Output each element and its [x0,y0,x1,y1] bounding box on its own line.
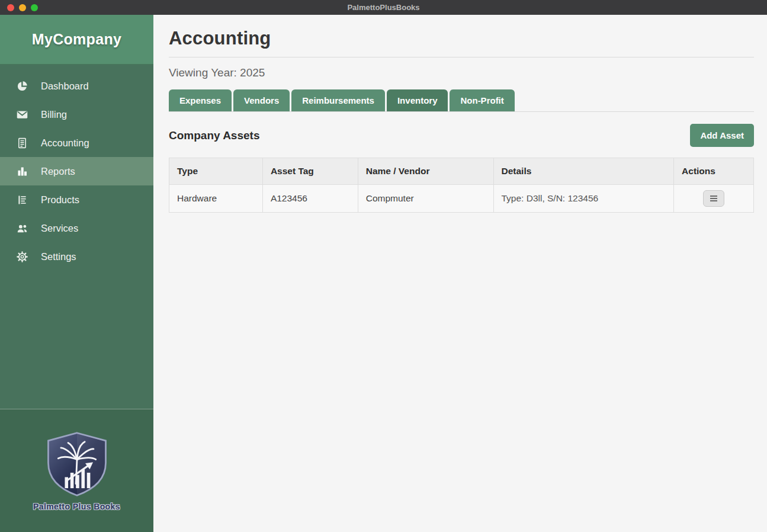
section-header: Company Assets Add Asset [169,124,754,147]
sidebar-item-accounting[interactable]: Accounting [0,129,153,157]
sidebar-item-label: Accounting [41,137,89,149]
cell-name-vendor: Compmuter [358,185,493,213]
sidebar-item-label: Reports [41,166,75,177]
receipt-icon [16,137,28,149]
tab-expenses[interactable]: Expenses [169,89,232,111]
cell-actions [674,185,754,213]
sidebar-item-label: Products [41,194,79,206]
traffic-lights [7,0,38,15]
titlebar: PalmettoPlusBooks [0,0,767,15]
envelope-icon [16,108,28,121]
column-header-asset-tag: Asset Tag [262,158,358,185]
add-asset-button[interactable]: Add Asset [690,124,754,147]
close-button[interactable] [7,4,14,11]
cell-type: Hardware [169,185,263,213]
sidebar-item-billing[interactable]: Billing [0,100,153,129]
tab-non-profit[interactable]: Non-Profit [450,89,514,111]
pie-chart-icon [16,80,28,92]
sidebar-item-reports[interactable]: Reports [0,157,153,185]
viewing-year-label: Viewing Year: 2025 [169,66,754,79]
window-title: PalmettoPlusBooks [347,3,419,12]
sidebar-item-label: Settings [41,251,76,262]
column-header-actions: Actions [674,158,754,185]
column-header-details: Details [493,158,674,185]
sidebar-item-products[interactable]: Products [0,185,153,214]
sidebar-item-services[interactable]: Services [0,214,153,242]
sidebar-item-label: Billing [41,109,67,120]
column-header-name-vendor: Name / Vendor [358,158,493,185]
sidebar-item-label: Services [41,223,78,234]
sidebar-nav: Dashboard Billing [0,65,153,409]
bar-chart-icon [16,165,28,178]
sidebar-footer: Palmetto Plus Books [0,409,153,532]
company-brand: MyCompany [0,15,153,65]
cell-asset-tag: A123456 [262,185,358,213]
company-logo [42,431,112,499]
accounting-tabs: Expenses Vendors Reimbursements Inventor… [169,89,754,112]
tab-vendors[interactable]: Vendors [233,89,290,111]
main-content: Accounting Viewing Year: 2025 Expenses V… [153,15,767,532]
row-actions-menu-button[interactable] [703,190,724,207]
column-header-type: Type [169,158,263,185]
assets-table: Type Asset Tag Name / Vendor Details Act… [169,158,754,213]
menu-icon [710,198,717,199]
sidebar-item-settings[interactable]: Settings [0,242,153,271]
section-title: Company Assets [169,129,259,142]
title-divider [169,57,754,57]
table-header-row: Type Asset Tag Name / Vendor Details Act… [169,158,754,185]
cell-details: Type: D3ll, S/N: 123456 [493,185,674,213]
logo-caption: Palmetto Plus Books [33,502,120,511]
minimize-button[interactable] [19,4,26,11]
list-icon [16,194,28,206]
table-row: Hardware A123456 Compmuter Type: D3ll, S… [169,185,754,213]
tab-inventory[interactable]: Inventory [387,89,448,111]
page-title: Accounting [169,28,754,49]
zoom-button[interactable] [31,4,38,11]
sidebar-item-label: Dashboard [41,81,89,92]
people-icon [16,222,28,235]
sidebar: MyCompany Dashboard [0,15,153,532]
app-window: PalmettoPlusBooks MyCompany Dashboard [0,0,767,532]
tab-reimbursements[interactable]: Reimbursements [291,89,385,111]
sidebar-item-dashboard[interactable]: Dashboard [0,72,153,100]
gear-icon [16,251,28,263]
